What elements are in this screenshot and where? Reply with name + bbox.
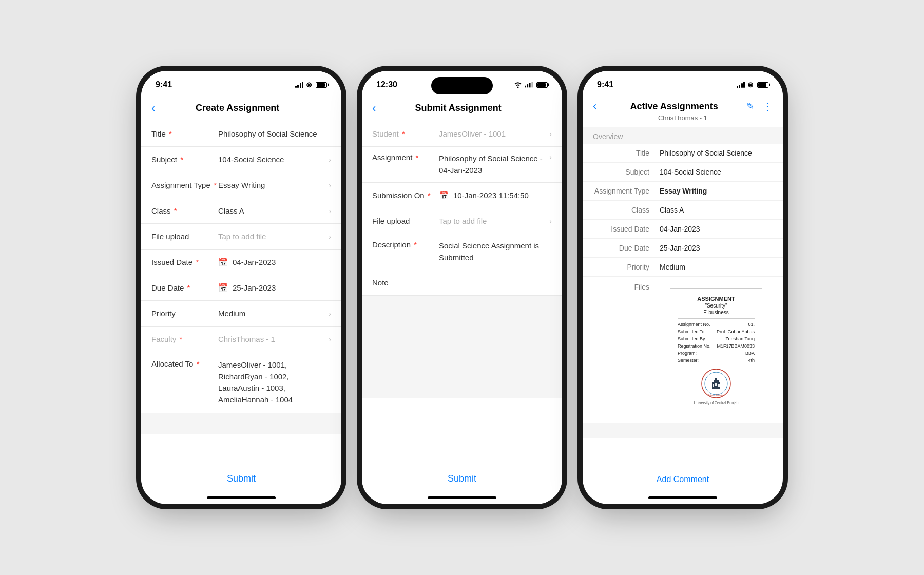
- chevron-icon: ›: [549, 217, 552, 225]
- label-priority: Priority: [151, 309, 218, 318]
- svg-rect-8: [715, 378, 717, 381]
- phone-3: 9:41 ⊜ ‹ Active Assignments ✎ ⋮: [583, 71, 783, 504]
- doc-line-5: Program:BBA: [678, 351, 755, 356]
- nav-bar-2: ‹ Submit Assignment: [362, 95, 562, 121]
- value-subject: 104-Social Science: [218, 155, 324, 164]
- detail-row-due-date: Due Date 25-Jan-2023: [583, 239, 783, 258]
- signal-icon-2: [525, 82, 533, 88]
- detail-row-class: Class Class A: [583, 201, 783, 220]
- value-priority: Medium: [218, 309, 324, 318]
- home-indicator-2: [428, 496, 496, 499]
- document-preview[interactable]: ASSIGNMENT "Security" E-business Assignm…: [670, 288, 762, 412]
- nav-title-3: Active Assignments: [602, 101, 746, 112]
- overview-label: Overview: [583, 127, 783, 144]
- form-row-assignment[interactable]: Assignment * Philosophy of Social Scienc…: [362, 147, 562, 183]
- chevron-icon: ›: [329, 310, 331, 318]
- form-row-faculty[interactable]: Faculty * ChrisThomas - 1 ›: [141, 327, 341, 352]
- status-icons-2: [514, 82, 548, 88]
- label-class: Class *: [151, 206, 218, 215]
- value-file-upload: Tap to add file: [218, 232, 324, 241]
- chevron-icon: ›: [329, 335, 331, 343]
- add-comment-button[interactable]: Add Comment: [583, 467, 783, 492]
- signal-icon-3: [737, 82, 745, 88]
- chevron-icon: ›: [329, 233, 331, 241]
- university-logo: Lahore, Pakistan: [701, 368, 732, 399]
- nav-subtitle-3: ChrisThomas - 1: [593, 114, 773, 122]
- form-row-class[interactable]: Class * Class A ›: [141, 198, 341, 224]
- value-file-upload-2: Tap to add file: [439, 217, 545, 225]
- required-star: *: [187, 283, 190, 292]
- more-icon[interactable]: ⋮: [762, 100, 773, 112]
- value-description: Social Science Assignment is Submitted: [439, 240, 552, 263]
- form-row-assignment-type[interactable]: Assignment Type * Essay Writing ›: [141, 172, 341, 198]
- dynamic-island: [431, 77, 493, 94]
- wifi-icon: ⊜: [306, 81, 312, 89]
- form-row-submission-on[interactable]: Submission On * 📅 10-Jan-2023 11:54:50: [362, 183, 562, 208]
- back-button-2[interactable]: ‹: [372, 102, 376, 115]
- detail-label-due-date: Due Date: [593, 244, 660, 252]
- detail-row-subject: Subject 104-Social Science: [583, 163, 783, 182]
- detail-label-class: Class: [593, 206, 660, 214]
- detail-row-priority: Priority Medium: [583, 258, 783, 277]
- value-issued-date: 04-Jan-2023: [233, 258, 331, 266]
- form-row-due-date[interactable]: Due Date * 📅 25-Jan-2023: [141, 275, 341, 301]
- form-row-description[interactable]: Description * Social Science Assignment …: [362, 234, 562, 270]
- label-description: Description *: [372, 240, 439, 249]
- detail-label-title: Title: [593, 149, 660, 157]
- required-star: *: [197, 359, 200, 368]
- required-star: *: [402, 129, 405, 138]
- back-button-1[interactable]: ‹: [151, 102, 155, 115]
- value-class: Class A: [218, 206, 324, 215]
- chevron-icon: ›: [329, 181, 331, 189]
- calendar-icon: 📅: [218, 283, 228, 293]
- required-star: *: [416, 153, 419, 162]
- svg-rect-0: [525, 86, 526, 88]
- edit-icon[interactable]: ✎: [746, 101, 754, 112]
- required-star: *: [214, 181, 217, 189]
- doc-line-2: Submitted To:Prof. Gohar Abbas: [678, 329, 755, 334]
- label-note: Note: [372, 278, 439, 287]
- phone-1: 9:41 ⊜ ‹ Create Assignment Title *: [141, 71, 341, 504]
- phone-2: 12:30 ‹ Submit Assignment: [362, 71, 562, 504]
- form-row-file-upload-2[interactable]: File upload Tap to add file ›: [362, 208, 562, 234]
- gray-spacer-3: [583, 423, 783, 438]
- form-row-note[interactable]: Note: [362, 270, 562, 296]
- required-star: *: [196, 258, 199, 266]
- label-allocated-to: Allocated To *: [151, 359, 218, 368]
- chevron-icon: ›: [549, 130, 552, 138]
- doc-title: ASSIGNMENT: [678, 296, 755, 302]
- form-row-issued-date[interactable]: Issued Date * 📅 04-Jan-2023: [141, 250, 341, 275]
- value-submission-on: 10-Jan-2023 11:54:50: [453, 191, 552, 200]
- form-row-priority[interactable]: Priority Medium ›: [141, 301, 341, 327]
- nav-title-2: Submit Assignment: [381, 103, 535, 113]
- label-assignment-type: Assignment Type *: [151, 181, 218, 189]
- detail-label-issued-date: Issued Date: [593, 225, 660, 233]
- submit-button-2[interactable]: Submit: [372, 473, 552, 484]
- detail-value-priority: Medium: [660, 263, 773, 271]
- value-assignment-type: Essay Writing: [218, 181, 324, 189]
- form-row-student[interactable]: Student * JamesOliver - 1001 ›: [362, 121, 562, 147]
- status-icons-3: ⊜: [737, 81, 769, 89]
- form-content-2: Student * JamesOliver - 1001 › Assignmen…: [362, 121, 562, 465]
- svg-rect-9: [713, 384, 714, 387]
- detail-row-issued-date: Issued Date 04-Jan-2023: [583, 220, 783, 239]
- svg-rect-2: [529, 83, 531, 87]
- nav-title-1: Create Assignment: [160, 103, 315, 113]
- back-button-3[interactable]: ‹: [593, 100, 596, 113]
- detail-value-assignment-type: Essay Writing: [660, 187, 773, 195]
- doc-subtitle2: E-business: [678, 310, 755, 315]
- form-row-title[interactable]: Title * Philosophy of Social Science: [141, 121, 341, 147]
- files-content: ASSIGNMENT "Security" E-business Assignm…: [660, 283, 773, 417]
- calendar-icon: 📅: [218, 257, 228, 267]
- doc-university-name: University of Central Punjab: [678, 401, 755, 405]
- detail-row-title: Title Philosophy of Social Science: [583, 144, 783, 163]
- form-row-file-upload[interactable]: File upload Tap to add file ›: [141, 224, 341, 250]
- form-row-subject[interactable]: Subject * 104-Social Science ›: [141, 147, 341, 172]
- label-file-upload-2: File upload: [372, 217, 439, 225]
- chevron-icon: ›: [549, 153, 552, 161]
- label-student: Student *: [372, 129, 439, 138]
- svg-rect-10: [718, 384, 720, 387]
- form-row-allocated-to[interactable]: Allocated To * JamesOliver - 1001, Richa…: [141, 352, 341, 413]
- submit-button-1[interactable]: Submit: [151, 473, 331, 484]
- signal-icon: [295, 82, 304, 88]
